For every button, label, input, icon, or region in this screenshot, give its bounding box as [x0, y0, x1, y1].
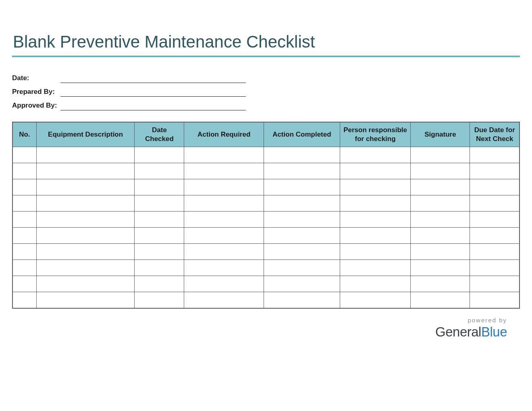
- cell-signature[interactable]: [411, 195, 470, 212]
- prepared-by-input[interactable]: [60, 86, 246, 97]
- cell-signature[interactable]: [411, 228, 470, 244]
- cell-equipment-description[interactable]: [36, 228, 135, 244]
- cell-no[interactable]: [12, 244, 36, 260]
- cell-date-checked[interactable]: [135, 228, 184, 244]
- meta-row-prepared-by: Prepared By:: [12, 86, 520, 97]
- cell-action-required[interactable]: [184, 276, 264, 292]
- cell-action-completed[interactable]: [264, 179, 340, 195]
- powered-by-label: powered by: [12, 317, 507, 324]
- cell-person-responsible[interactable]: [340, 260, 411, 276]
- cell-equipment-description[interactable]: [36, 276, 135, 292]
- cell-person-responsible[interactable]: [340, 147, 411, 163]
- header-person-responsible: Person responsible for checking: [340, 122, 411, 147]
- cell-signature[interactable]: [411, 147, 470, 163]
- cell-action-required[interactable]: [184, 260, 264, 276]
- cell-date-checked[interactable]: [135, 244, 184, 260]
- prepared-by-label: Prepared By:: [12, 88, 60, 97]
- cell-signature[interactable]: [411, 244, 470, 260]
- header-equipment-description: Equipment Description: [36, 122, 135, 147]
- cell-no[interactable]: [12, 163, 36, 179]
- cell-due-date[interactable]: [470, 276, 520, 292]
- table-row: [12, 292, 520, 308]
- cell-date-checked[interactable]: [135, 179, 184, 195]
- cell-action-required[interactable]: [184, 292, 264, 308]
- table-row: [12, 228, 520, 244]
- cell-equipment-description[interactable]: [36, 179, 135, 195]
- cell-no[interactable]: [12, 212, 36, 228]
- approved-by-input[interactable]: [60, 100, 246, 110]
- cell-signature[interactable]: [411, 292, 470, 308]
- cell-person-responsible[interactable]: [340, 195, 411, 212]
- cell-action-completed[interactable]: [264, 276, 340, 292]
- table-row: [12, 212, 520, 228]
- brand-general: General: [435, 324, 481, 339]
- cell-no[interactable]: [12, 195, 36, 212]
- cell-due-date[interactable]: [470, 212, 520, 228]
- cell-no[interactable]: [12, 228, 36, 244]
- cell-no[interactable]: [12, 260, 36, 276]
- cell-signature[interactable]: [411, 179, 470, 195]
- cell-person-responsible[interactable]: [340, 276, 411, 292]
- cell-date-checked[interactable]: [135, 276, 184, 292]
- cell-action-completed[interactable]: [264, 147, 340, 163]
- cell-action-required[interactable]: [184, 163, 264, 179]
- cell-due-date[interactable]: [470, 179, 520, 195]
- meta-fields: Date: Prepared By: Approved By:: [12, 73, 520, 110]
- cell-equipment-description[interactable]: [36, 260, 135, 276]
- cell-date-checked[interactable]: [135, 163, 184, 179]
- cell-due-date[interactable]: [470, 228, 520, 244]
- cell-action-completed[interactable]: [264, 228, 340, 244]
- table-row: [12, 260, 520, 276]
- cell-action-required[interactable]: [184, 195, 264, 212]
- cell-equipment-description[interactable]: [36, 163, 135, 179]
- cell-person-responsible[interactable]: [340, 244, 411, 260]
- cell-due-date[interactable]: [470, 244, 520, 260]
- cell-person-responsible[interactable]: [340, 179, 411, 195]
- cell-due-date[interactable]: [470, 260, 520, 276]
- cell-person-responsible[interactable]: [340, 212, 411, 228]
- cell-date-checked[interactable]: [135, 147, 184, 163]
- table-row: [12, 179, 520, 195]
- cell-signature[interactable]: [411, 260, 470, 276]
- cell-action-completed[interactable]: [264, 212, 340, 228]
- cell-no[interactable]: [12, 179, 36, 195]
- cell-action-required[interactable]: [184, 228, 264, 244]
- cell-equipment-description[interactable]: [36, 147, 135, 163]
- cell-date-checked[interactable]: [135, 260, 184, 276]
- table-row: [12, 163, 520, 179]
- cell-due-date[interactable]: [470, 163, 520, 179]
- cell-person-responsible[interactable]: [340, 228, 411, 244]
- cell-action-completed[interactable]: [264, 260, 340, 276]
- cell-equipment-description[interactable]: [36, 195, 135, 212]
- cell-no[interactable]: [12, 147, 36, 163]
- header-action-required: Action Required: [184, 122, 264, 147]
- cell-action-required[interactable]: [184, 179, 264, 195]
- date-input[interactable]: [60, 73, 246, 83]
- cell-equipment-description[interactable]: [36, 292, 135, 308]
- cell-equipment-description[interactable]: [36, 212, 135, 228]
- cell-date-checked[interactable]: [135, 195, 184, 212]
- cell-action-required[interactable]: [184, 244, 264, 260]
- meta-row-approved-by: Approved By:: [12, 100, 520, 110]
- cell-due-date[interactable]: [470, 147, 520, 163]
- cell-due-date[interactable]: [470, 292, 520, 308]
- cell-signature[interactable]: [411, 276, 470, 292]
- cell-action-completed[interactable]: [264, 292, 340, 308]
- cell-action-completed[interactable]: [264, 244, 340, 260]
- cell-action-required[interactable]: [184, 147, 264, 163]
- cell-action-required[interactable]: [184, 212, 264, 228]
- cell-no[interactable]: [12, 292, 36, 308]
- cell-signature[interactable]: [411, 163, 470, 179]
- cell-person-responsible[interactable]: [340, 292, 411, 308]
- cell-due-date[interactable]: [470, 195, 520, 212]
- cell-action-completed[interactable]: [264, 195, 340, 212]
- cell-person-responsible[interactable]: [340, 163, 411, 179]
- cell-no[interactable]: [12, 276, 36, 292]
- cell-equipment-description[interactable]: [36, 244, 135, 260]
- cell-action-completed[interactable]: [264, 163, 340, 179]
- table-row: [12, 276, 520, 292]
- meta-row-date: Date:: [12, 73, 520, 83]
- cell-date-checked[interactable]: [135, 212, 184, 228]
- cell-signature[interactable]: [411, 212, 470, 228]
- cell-date-checked[interactable]: [135, 292, 184, 308]
